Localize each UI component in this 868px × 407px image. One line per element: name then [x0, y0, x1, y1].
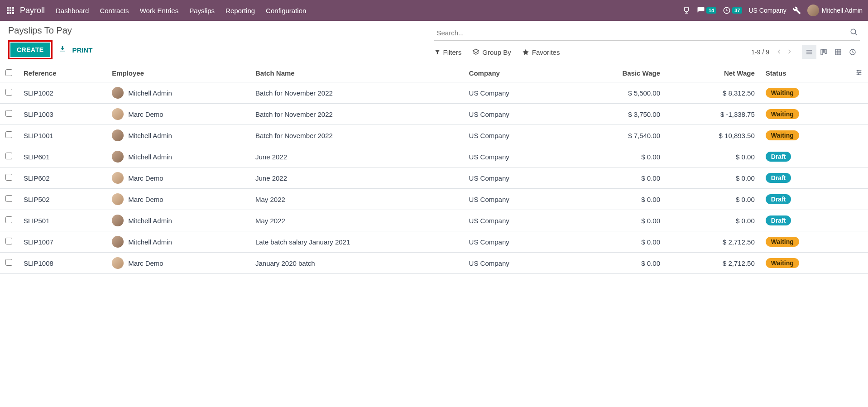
- row-checkbox[interactable]: [5, 131, 12, 138]
- table-row[interactable]: SLIP1002 Mitchell Admin Batch for Novemb…: [0, 82, 868, 104]
- systray: 14 37 US Company Mitchell Admin: [682, 5, 863, 16]
- search-icon[interactable]: [848, 28, 860, 38]
- company-switcher[interactable]: US Company: [748, 7, 786, 14]
- row-checkbox[interactable]: [5, 216, 12, 223]
- cell-net-wage: $ 0.00: [666, 189, 760, 210]
- svg-rect-3: [7, 10, 9, 11]
- cell-basic-wage: $ 0.00: [567, 210, 666, 231]
- print-button[interactable]: PRINT: [72, 46, 93, 54]
- voip-icon[interactable]: [682, 6, 691, 14]
- pager-text: 1-9 / 9: [751, 48, 769, 56]
- cell-employee: Marc Demo: [106, 104, 250, 125]
- table-row[interactable]: SLIP501 Mitchell Admin May 2022 US Compa…: [0, 210, 868, 231]
- col-company[interactable]: Company: [464, 64, 567, 82]
- cell-employee: Mitchell Admin: [106, 210, 250, 231]
- row-checkbox[interactable]: [5, 110, 12, 117]
- cell-company: US Company: [464, 210, 567, 231]
- create-button[interactable]: CREATE: [10, 43, 50, 57]
- svg-point-26: [857, 70, 858, 72]
- cell-net-wage: $ 0.00: [666, 146, 760, 168]
- row-checkbox-cell: [0, 125, 18, 146]
- row-checkbox[interactable]: [5, 259, 12, 266]
- svg-line-11: [855, 33, 857, 35]
- status-badge: Draft: [766, 152, 791, 162]
- employee-name: Marc Demo: [128, 174, 163, 182]
- apps-icon[interactable]: [5, 5, 15, 15]
- table-row[interactable]: SLIP1001 Mitchell Admin Batch for Novemb…: [0, 125, 868, 146]
- messages-count: 14: [706, 7, 716, 14]
- svg-point-30: [858, 74, 859, 75]
- col-reference[interactable]: Reference: [18, 64, 106, 82]
- row-checkbox[interactable]: [5, 238, 12, 244]
- cell-net-wage: $ 2,712.50: [666, 231, 760, 253]
- create-highlight: CREATE: [8, 40, 53, 59]
- employee-name: Mitchell Admin: [128, 89, 172, 97]
- cell-spacer: [850, 146, 868, 168]
- favorites-menu[interactable]: Favorites: [522, 48, 560, 56]
- row-checkbox[interactable]: [5, 195, 12, 202]
- cell-company: US Company: [464, 253, 567, 274]
- cell-employee: Marc Demo: [106, 168, 250, 189]
- menu-payslips[interactable]: Payslips: [189, 7, 215, 14]
- payslips-table: Reference Employee Batch Name Company Ba…: [0, 64, 868, 274]
- user-menu[interactable]: Mitchell Admin: [807, 5, 863, 16]
- col-net-wage[interactable]: Net Wage: [666, 64, 760, 82]
- table-row[interactable]: SLIP602 Marc Demo June 2022 US Company $…: [0, 168, 868, 189]
- optional-fields-icon[interactable]: [855, 70, 863, 77]
- menu-contracts[interactable]: Contracts: [100, 7, 129, 14]
- debug-icon[interactable]: [793, 6, 801, 14]
- table-row[interactable]: SLIP601 Mitchell Admin June 2022 US Comp…: [0, 146, 868, 168]
- select-all-checkbox[interactable]: [5, 69, 12, 76]
- top-navbar: Payroll Dashboard Contracts Work Entries…: [0, 0, 868, 21]
- funnel-icon: [434, 49, 441, 55]
- pager-next[interactable]: [786, 48, 793, 57]
- table-row[interactable]: SLIP1007 Mitchell Admin Late batch salar…: [0, 231, 868, 253]
- col-employee[interactable]: Employee: [106, 64, 250, 82]
- filters-menu[interactable]: Filters: [434, 48, 462, 56]
- table-row[interactable]: SLIP502 Marc Demo May 2022 US Company $ …: [0, 189, 868, 210]
- col-batch[interactable]: Batch Name: [250, 64, 464, 82]
- menu-configuration[interactable]: Configuration: [266, 7, 306, 14]
- cell-reference: SLIP1002: [18, 82, 106, 104]
- view-list-icon[interactable]: [802, 45, 816, 59]
- menu-work-entries[interactable]: Work Entries: [140, 7, 179, 14]
- cell-net-wage: $ 8,312.50: [666, 82, 760, 104]
- status-badge: Draft: [766, 173, 791, 183]
- cell-net-wage: $ 2,712.50: [666, 253, 760, 274]
- view-pivot-icon[interactable]: [831, 45, 845, 59]
- search-input[interactable]: [434, 27, 849, 38]
- row-checkbox[interactable]: [5, 153, 12, 159]
- svg-rect-4: [10, 10, 11, 11]
- cell-spacer: [850, 189, 868, 210]
- row-checkbox[interactable]: [5, 174, 12, 181]
- svg-rect-1: [10, 7, 11, 9]
- svg-point-10: [851, 29, 856, 34]
- cell-spacer: [850, 168, 868, 189]
- menu-reporting[interactable]: Reporting: [225, 7, 255, 14]
- col-status[interactable]: Status: [760, 64, 850, 82]
- cell-net-wage: $ -1,338.75: [666, 104, 760, 125]
- table-row[interactable]: SLIP1008 Marc Demo January 2020 batch US…: [0, 253, 868, 274]
- menu-dashboard[interactable]: Dashboard: [56, 7, 89, 14]
- svg-rect-6: [7, 12, 9, 14]
- cell-basic-wage: $ 7,540.00: [567, 125, 666, 146]
- activities-tray[interactable]: 37: [723, 6, 742, 14]
- cell-status: Draft: [760, 189, 850, 210]
- view-kanban-icon[interactable]: [816, 45, 831, 59]
- cell-basic-wage: $ 0.00: [567, 168, 666, 189]
- cell-company: US Company: [464, 189, 567, 210]
- messages-tray[interactable]: 14: [697, 6, 716, 14]
- employee-name: Mitchell Admin: [128, 153, 172, 161]
- table-row[interactable]: SLIP1003 Marc Demo Batch for November 20…: [0, 104, 868, 125]
- download-icon[interactable]: [59, 45, 66, 54]
- user-avatar: [807, 5, 819, 16]
- col-basic-wage[interactable]: Basic Wage: [567, 64, 666, 82]
- row-checkbox[interactable]: [5, 89, 12, 96]
- cell-reference: SLIP1008: [18, 253, 106, 274]
- groupby-menu[interactable]: Group By: [472, 48, 511, 56]
- cell-batch: June 2022: [250, 146, 464, 168]
- cell-spacer: [850, 210, 868, 231]
- cell-company: US Company: [464, 125, 567, 146]
- view-activity-icon[interactable]: [845, 45, 860, 59]
- pager-prev[interactable]: [776, 48, 783, 57]
